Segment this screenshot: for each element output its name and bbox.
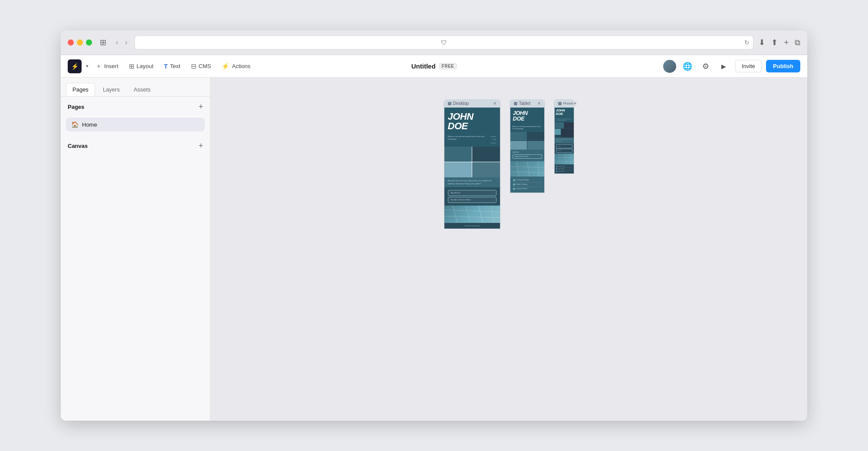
phone-dot-1 xyxy=(556,166,557,167)
address-bar[interactable]: 🛡 ↻ xyxy=(135,36,754,49)
share-icon[interactable]: ⬆ xyxy=(771,38,778,47)
new-tab-icon[interactable]: + xyxy=(784,38,789,47)
sidebar-toggle-button[interactable]: ⊞ xyxy=(97,37,109,48)
back-button[interactable]: ‹ xyxy=(114,38,120,47)
tablet-bio: Welcome to the wild and wonderful world … xyxy=(510,124,544,132)
project-title[interactable]: Untitled xyxy=(411,62,436,70)
phone-site-preview: JOHN DOE Welcome to the wild and wonderf… xyxy=(555,108,574,173)
contact-dot-2 xyxy=(513,183,515,186)
logo-button[interactable]: ⚡ xyxy=(68,59,82,73)
svg-line-0 xyxy=(453,206,457,222)
logo-icon: ⚡ xyxy=(71,63,79,70)
text-button[interactable]: T Text xyxy=(160,60,185,72)
tablet-signup-btn[interactable]: Sign Me Up! John's News... › xyxy=(513,154,542,159)
more-work-label: See More Of John's Work xyxy=(451,199,471,201)
page-item-home[interactable]: 🏠 Home xyxy=(66,118,205,131)
signup-button[interactable]: Sign Me Up! › xyxy=(448,190,496,196)
tablet-close-button[interactable]: ✕ xyxy=(537,101,541,106)
canvas-area[interactable]: Desktop ✕ JOHN DOE xyxy=(210,78,807,421)
tab-assets[interactable]: Assets xyxy=(128,83,157,96)
invite-button[interactable]: Invite xyxy=(735,60,762,72)
svg-line-1 xyxy=(466,206,470,222)
layout-button[interactable]: ⊞ Layout xyxy=(125,60,158,73)
desktop-device-header: Desktop ✕ xyxy=(444,99,501,108)
desktop-hero-text: JOHN xyxy=(448,112,496,121)
phone-close-button[interactable]: ✕ xyxy=(573,101,577,106)
avatar[interactable] xyxy=(663,60,676,73)
close-button[interactable] xyxy=(68,39,74,46)
cms-button[interactable]: ⊟ CMS xyxy=(187,60,216,73)
phone-gallery-img-4 xyxy=(561,129,574,137)
more-work-arrow: › xyxy=(493,199,493,201)
tablet-map xyxy=(510,161,544,176)
maximize-button[interactable] xyxy=(86,39,92,46)
text-icon: T xyxy=(164,62,168,70)
tab-overview-icon[interactable]: ⧉ xyxy=(795,38,800,47)
svg-line-12 xyxy=(565,154,566,164)
desktop-close-button[interactable]: ✕ xyxy=(493,101,496,106)
tablet-gallery-3 xyxy=(510,141,527,150)
logo-dropdown-button[interactable]: ▾ xyxy=(85,62,89,70)
phone-gallery xyxy=(555,122,574,137)
tablet-gallery-4 xyxy=(527,141,544,150)
text-label: Text xyxy=(170,63,181,69)
insert-button[interactable]: ＋ Insert xyxy=(91,59,123,73)
gallery-img-1 xyxy=(444,147,472,162)
more-work-button[interactable]: See More Of John's Work › xyxy=(448,197,496,203)
desktop-site-preview: JOHN DOE Welcome to the wild and wonderf… xyxy=(444,108,500,229)
phone-contact-label-3: Treasure Photos xyxy=(558,171,565,172)
desktop-bio-section: Welcome to the wild and wonderful world … xyxy=(444,134,500,147)
layout-label: Layout xyxy=(137,63,154,69)
svg-line-7 xyxy=(527,161,529,176)
settings-icon: ⚙ xyxy=(702,62,709,71)
svg-line-9 xyxy=(510,167,544,167)
svg-line-3 xyxy=(491,206,493,222)
phone-btn-1[interactable]: Sign Up › xyxy=(556,144,572,148)
desktop-map xyxy=(444,206,500,223)
tablet-text-section: Sign Me Up! Sign Me Up! John's News... › xyxy=(510,150,544,161)
phone-buttons: Sign Up › More Work › xyxy=(555,144,574,154)
cms-icon: ⊟ xyxy=(191,62,197,70)
contact-label-1: Occasional Emails xyxy=(516,179,529,181)
contact-item-2: Artistic Catalogs xyxy=(513,183,542,187)
tab-layers[interactable]: Layers xyxy=(97,83,126,96)
download-icon[interactable]: ⬇ xyxy=(759,38,765,47)
svg-line-13 xyxy=(570,154,571,164)
tablet-gallery-1 xyxy=(510,132,527,141)
avatar-image xyxy=(663,60,676,73)
signup-label: Sign Me Up! xyxy=(451,192,460,194)
phone-btn-2[interactable]: More Work › xyxy=(556,149,572,153)
publish-button[interactable]: Publish xyxy=(766,60,800,72)
phone-text-content: Sign up for updates about John's photogr… xyxy=(556,139,572,142)
desktop-hero: JOHN DOE xyxy=(444,108,500,134)
sidebar-tabs: Pages Layers Assets xyxy=(61,78,210,97)
phone-dot-3 xyxy=(556,171,557,172)
traffic-lights xyxy=(68,39,92,46)
add-canvas-button[interactable]: + xyxy=(198,142,203,150)
desktop-cta-text: Wanna be the first to hear about John's … xyxy=(448,180,496,185)
minimize-button[interactable] xyxy=(77,39,83,46)
phone-contact-3: Treasure Photos xyxy=(556,170,572,173)
globe-button[interactable]: 🌐 xyxy=(681,59,694,73)
tablet-gallery-2 xyxy=(527,132,544,141)
globe-icon: 🌐 xyxy=(683,62,692,71)
desktop-bio-text: Welcome to the wild and wonderful world … xyxy=(448,136,486,144)
preview-button[interactable]: ▶ xyxy=(717,59,731,73)
desktop-preview-frame: JOHN DOE Welcome to the wild and wonderf… xyxy=(444,108,500,229)
actions-icon: ⚡ xyxy=(221,62,230,70)
browser-chrome: ⊞ ‹ › 🛡 ↻ ⬇ ⬆ + ⧉ xyxy=(61,30,807,55)
map-lines-svg xyxy=(444,206,500,222)
insert-icon: ＋ xyxy=(95,62,102,70)
reload-button[interactable]: ↻ xyxy=(744,39,750,46)
actions-button[interactable]: ⚡ Actions xyxy=(217,60,255,73)
phone-map-svg xyxy=(555,154,574,164)
phone-hero: JOHN DOE xyxy=(555,108,574,117)
tab-pages[interactable]: Pages xyxy=(66,83,95,96)
forward-button[interactable]: › xyxy=(123,38,129,47)
free-badge: FREE xyxy=(439,63,457,69)
phone-device-preview: Phone ✕ JOHN DOE Welcome to th xyxy=(554,99,575,174)
settings-button[interactable]: ⚙ xyxy=(699,59,713,73)
toolbar-right: 🌐 ⚙ ▶ Invite Publish xyxy=(434,59,800,73)
phone-contact: Occasional Emails Artistic Catalogs Trea… xyxy=(555,164,574,173)
add-page-button[interactable]: + xyxy=(198,103,203,111)
